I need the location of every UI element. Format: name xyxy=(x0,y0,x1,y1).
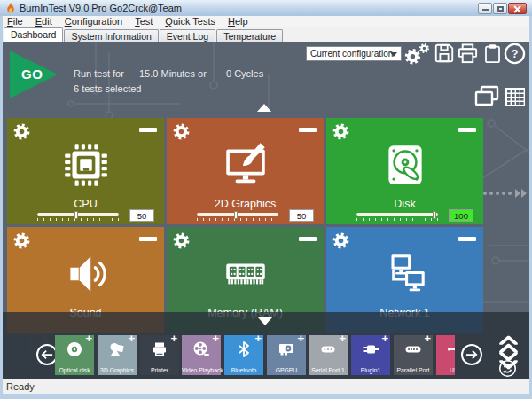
title-bar: BurnInTest V9.0 Pro Go2Crck@Team xyxy=(0,0,532,16)
app-flame-icon xyxy=(5,3,16,14)
gear-icon[interactable] xyxy=(332,122,350,141)
3d-graphics-icon xyxy=(108,340,126,358)
parallel-port-icon xyxy=(404,340,422,358)
dock-item-label: Serial Port 1 xyxy=(309,367,348,373)
minimize-button[interactable] xyxy=(478,3,492,14)
menu-quick-tests[interactable]: Quick Tests xyxy=(165,16,215,27)
tile-label: CPU xyxy=(7,198,164,210)
gpu-card-icon xyxy=(278,340,295,358)
tile-label: 2D Graphics xyxy=(167,198,324,210)
dock-item-parallel-port[interactable]: + Parallel Port xyxy=(394,335,433,375)
auto-scroll-cycle-icon[interactable] xyxy=(498,359,517,378)
menu-test[interactable]: Test xyxy=(135,16,153,27)
dock-item-3d-graphics[interactable]: + 3D Graphics xyxy=(98,335,137,375)
add-test-button[interactable]: + xyxy=(339,332,346,345)
dock-item-gpgpu[interactable]: + GPGPU xyxy=(267,335,306,375)
cycles-text: 0 Cycles xyxy=(226,68,263,79)
film-reel-icon xyxy=(192,340,210,358)
cpu-chip-icon xyxy=(60,139,112,191)
add-test-button[interactable]: + xyxy=(297,332,304,345)
go-button[interactable]: GO xyxy=(10,51,61,98)
configuration-dropdown[interactable]: Current configuration xyxy=(306,46,402,61)
menu-edit[interactable]: Edit xyxy=(35,16,52,27)
print-icon[interactable] xyxy=(457,43,479,65)
dock-item-usb[interactable]: + USB xyxy=(436,335,455,375)
windows-view-icon[interactable] xyxy=(473,84,500,109)
speaker-icon xyxy=(60,248,112,300)
hard-disk-icon xyxy=(379,139,431,191)
disable-dash-icon[interactable] xyxy=(458,237,476,241)
tab-system-information[interactable]: System Information xyxy=(64,29,158,42)
usb-icon xyxy=(447,340,455,358)
dock-tile-strip: + Optical disk + 3D Graphics xyxy=(3,312,455,379)
dock-item-label: USB xyxy=(436,367,455,373)
gear-icon[interactable] xyxy=(12,231,31,250)
disk-load-slider[interactable] xyxy=(356,213,438,222)
printer-icon xyxy=(151,340,168,358)
disable-dash-icon[interactable] xyxy=(299,237,317,241)
save-icon[interactable] xyxy=(434,43,455,64)
tab-event-log[interactable]: Event Log xyxy=(160,29,215,42)
status-text: Ready xyxy=(6,381,35,392)
settings-gears-icon[interactable] xyxy=(403,43,432,66)
network-monitors-icon xyxy=(379,248,431,300)
add-test-button[interactable]: + xyxy=(85,332,92,345)
status-bar: Ready xyxy=(1,379,531,394)
add-test-button[interactable]: + xyxy=(424,332,431,345)
cpu-load-value[interactable]: 50 xyxy=(129,209,154,222)
disable-dash-icon[interactable] xyxy=(139,128,157,132)
tests-selected-text: 6 tests selected xyxy=(74,83,141,94)
window-title: BurnInTest V9.0 Pro Go2Crck@Team xyxy=(20,3,182,13)
add-test-button[interactable]: + xyxy=(128,332,135,345)
dock-item-printer[interactable]: + Printer xyxy=(140,335,179,375)
menu-help[interactable]: Help xyxy=(228,16,248,27)
gear-icon[interactable] xyxy=(12,122,31,141)
maximize-button[interactable] xyxy=(493,3,507,14)
gear-icon[interactable] xyxy=(172,122,191,141)
add-test-button[interactable]: + xyxy=(254,332,262,345)
disable-dash-icon[interactable] xyxy=(139,237,157,241)
dock-item-video-playback[interactable]: + Video Playback xyxy=(182,335,221,375)
dock-item-optical-disk[interactable]: + Optical disk xyxy=(55,335,94,375)
close-button[interactable] xyxy=(508,3,527,14)
tile-2d-graphics[interactable]: 2D Graphics 50 xyxy=(167,118,324,224)
dashboard-panel: GO Run test for 15.0 Minutes or 0 Cycles… xyxy=(3,42,529,379)
menu-configuration[interactable]: Configuration xyxy=(65,16,122,27)
tab-temperature[interactable]: Temperature xyxy=(216,29,283,42)
disable-dash-icon[interactable] xyxy=(458,128,476,132)
add-test-button[interactable]: + xyxy=(170,332,177,345)
clipboard-icon[interactable] xyxy=(482,43,503,65)
chevron-down-icon xyxy=(390,52,397,57)
2d-graphics-load-value[interactable]: 50 xyxy=(289,209,314,222)
gear-icon[interactable] xyxy=(172,231,191,250)
scroll-up-arrow[interactable] xyxy=(257,104,271,112)
app-window: BurnInTest V9.0 Pro Go2Crck@Team File Ed… xyxy=(0,0,532,399)
tile-disk[interactable]: Disk 100 xyxy=(326,118,483,224)
dock-item-label: Optical disk xyxy=(55,367,94,373)
go-label: GO xyxy=(21,66,43,82)
window-frame-bottom xyxy=(0,394,532,399)
close-icon xyxy=(513,5,521,13)
dock-item-bluetooth[interactable]: + Bluetooth xyxy=(224,335,263,375)
dock-scroll-right-button[interactable] xyxy=(461,344,482,365)
tab-dashboard[interactable]: Dashboard xyxy=(4,27,63,42)
add-test-button[interactable]: + xyxy=(381,332,388,345)
dock-item-label: Bluetooth xyxy=(224,367,263,373)
disable-dash-icon[interactable] xyxy=(299,128,317,132)
dock-item-label: GPGPU xyxy=(267,367,306,373)
tile-label: Disk xyxy=(326,198,483,210)
dock-item-plugin1[interactable]: + Plugin1 xyxy=(351,335,390,375)
add-test-button[interactable]: + xyxy=(212,332,219,345)
gear-icon[interactable] xyxy=(332,231,350,250)
dock-item-serial-port-1[interactable]: + Serial Port 1 xyxy=(309,335,348,375)
plug-icon xyxy=(362,340,379,358)
cpu-load-slider[interactable] xyxy=(37,213,119,222)
help-icon[interactable]: ? xyxy=(504,43,526,65)
tab-strip: Dashboard System Information Event Log T… xyxy=(1,27,531,42)
monitor-paintbrush-icon xyxy=(220,139,271,191)
disk-load-value[interactable]: 100 xyxy=(449,209,473,222)
menu-file[interactable]: File xyxy=(7,16,23,27)
tile-cpu[interactable]: CPU 50 xyxy=(7,118,164,224)
grid-view-icon[interactable] xyxy=(504,84,527,109)
2d-graphics-load-slider[interactable] xyxy=(197,213,278,222)
